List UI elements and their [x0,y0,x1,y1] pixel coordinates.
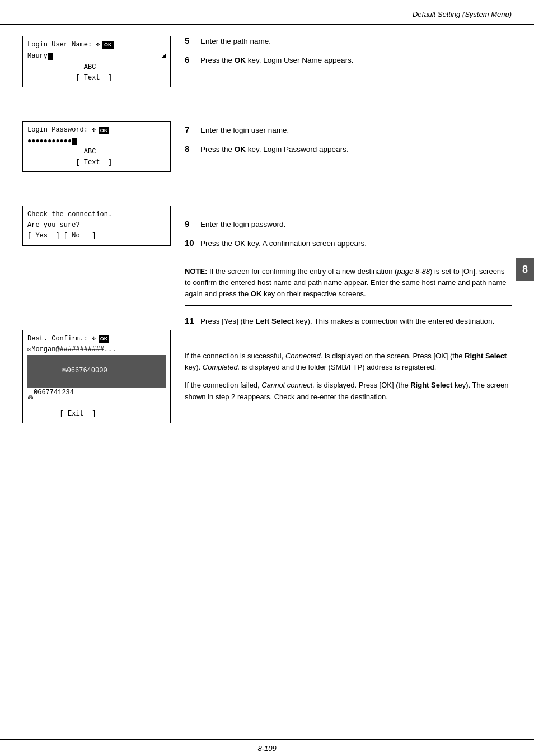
dest-line-2: ✉Morgan@###########... [27,344,166,355]
para-1: If the connection is successful, Connect… [185,351,512,373]
screen-text: [ Text ] [27,73,166,83]
step-5: 5 Enter the path name. [185,36,512,47]
page-header: Default Setting (System Menu) [0,0,534,25]
cursor [48,53,53,60]
step-10: 10 Press the OK key. A confirmation scre… [185,238,512,249]
note-box: NOTE: If the screen for confirming the e… [185,260,512,306]
step-9-text: Enter the login password. [200,219,285,230]
step-6: 6 Press the OK key. Login User Name appe… [185,55,512,66]
page-body: Login User Name: ✣ OK Maury ◢ ABC [ Text… [0,25,534,451]
check-line-2: Are you sure? [27,220,166,231]
pw-ok-badge: OK [99,127,110,134]
step-6-text: Press the OK key. Login User Name appear… [200,55,354,66]
pw-screen-abc: ABC [27,147,166,157]
screen-line-2: Maury ◢ [27,50,166,62]
left-column: Login User Name: ✣ OK Maury ◢ ABC [ Text… [0,25,174,451]
dest-ok-badge: OK [99,335,110,343]
dest-move-icon: ✣ [92,334,96,344]
step-11-text: Press [Yes] (the Left Select key). This … [200,316,494,327]
dest-line-5: [ Exit ] [27,409,166,419]
step-8: 8 Press the OK key. Login Password appea… [185,144,512,155]
ok-badge: OK [102,41,114,49]
note-text: If the screen for confirming the entry o… [185,267,507,298]
step-7-num: 7 [185,125,200,134]
dest-line-4: 🖷0667741234 [27,388,166,409]
pw-move-icon: ✣ [92,125,96,136]
page-footer: 8-109 [0,739,534,756]
screen-line-1: Login User Name: ✣ OK [27,40,166,50]
step-11: 11 Press [Yes] (the Left Select key). Th… [185,316,512,327]
para-2: If the connection failed, Cannot connect… [185,380,512,402]
pw-screen-line-1: Login Password: ✣ OK [27,125,166,136]
step-6-num: 6 [185,55,200,64]
step-8-text: Press the OK key. Login Password appears… [200,144,349,155]
screen-abc: ABC [27,62,166,73]
step-11-num: 11 [185,316,200,325]
step-7-text: Enter the login user name. [200,125,289,136]
login-password-screen: Login Password: ✣ OK ●●●●●●●●●●● ABC [ T… [22,121,171,172]
move-icon: ✣ [96,40,100,50]
step-9-num: 9 [185,219,200,228]
dest-line-1: Dest. Confirm.: ✣ OK [27,334,166,344]
chapter-tab: 8 [516,258,534,281]
step-7: 7 Enter the login user name. [185,125,512,136]
check-line-1: Check the connection. [27,209,166,220]
pw-cursor [72,138,77,145]
right-column: 5 Enter the path name. 6 Press the OK ke… [174,25,534,451]
step-10-text: Press the OK key. A confirmation screen … [200,238,367,249]
check-line-4: [ Yes ] [ No ] [27,231,166,241]
note-label: NOTE: [185,267,207,276]
step-10-num: 10 [185,238,200,248]
step-5-num: 5 [185,36,200,45]
arrow-right: ◢ [161,50,166,62]
login-user-screen: Login User Name: ✣ OK Maury ◢ ABC [ Text… [22,36,171,87]
pw-screen-line-2: ●●●●●●●●●●● [27,136,166,147]
pw-screen-text: [ Text ] [27,157,166,168]
page-title: Default Setting (System Menu) [413,10,512,18]
dest-line-3: 🖷0667640000 [27,355,166,388]
step-8-num: 8 [185,144,200,153]
step-9: 9 Enter the login password. [185,219,512,230]
step-5-text: Enter the path name. [200,36,271,47]
page-number: 8-109 [257,744,276,753]
check-connection-screen: Check the connection. Are you sure? [ Ye… [22,206,171,246]
dest-confirm-screen: Dest. Confirm.: ✣ OK ✉Morgan@###########… [22,330,171,424]
